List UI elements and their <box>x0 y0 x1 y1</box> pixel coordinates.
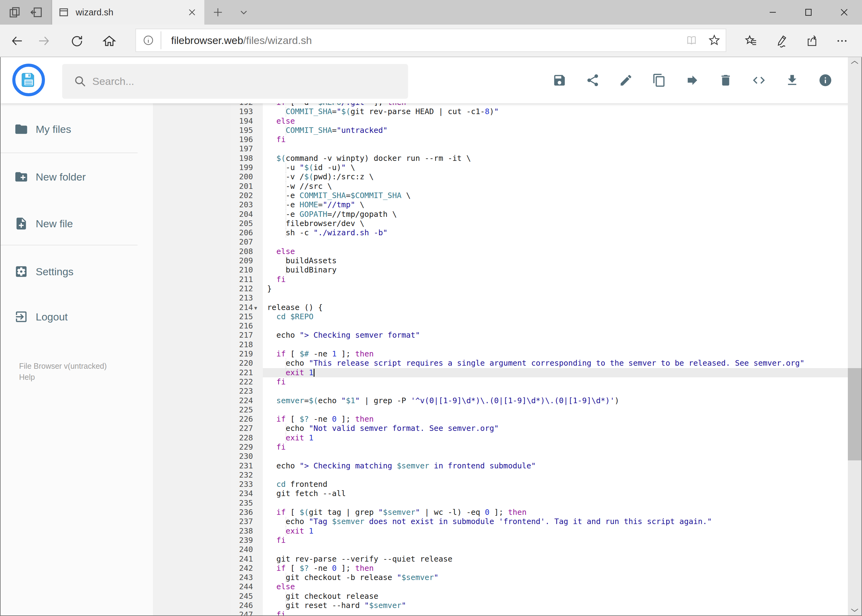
code-row[interactable]: 234 git fetch --all <box>231 489 848 498</box>
code-text[interactable]: git fetch --all <box>263 489 848 498</box>
tab-list-chevron-icon[interactable] <box>234 0 254 25</box>
refresh-button[interactable] <box>64 28 90 54</box>
code-text[interactable]: else <box>263 247 848 256</box>
code-row[interactable]: 200 -v /$(pwd):/src:z \ <box>231 172 848 181</box>
sidebar-item-new-file[interactable]: New file <box>1 212 153 235</box>
code-row[interactable]: 237 echo "Tag $semver does not exist in … <box>231 517 848 526</box>
code-icon[interactable] <box>752 73 766 87</box>
search-input[interactable] <box>92 75 405 87</box>
code-row[interactable]: 197 <box>231 144 848 154</box>
sidebar-item-my-files[interactable]: My files <box>1 118 153 140</box>
code-text[interactable]: echo "> Checking semver format" <box>263 331 848 340</box>
code-row[interactable]: 215 cd $REPO <box>231 312 848 321</box>
code-text[interactable] <box>263 387 848 396</box>
code-row[interactable]: 245 git checkout release <box>231 592 848 601</box>
code-row[interactable]: 244 else <box>231 582 848 591</box>
code-text[interactable] <box>263 470 848 480</box>
code-row[interactable]: 220 echo "This release script requires a… <box>231 358 848 368</box>
code-text[interactable]: release () { <box>263 303 848 312</box>
scroll-up-icon[interactable] <box>848 57 861 68</box>
code-text[interactable]: exit 1 <box>263 368 848 377</box>
new-tab-button[interactable] <box>208 0 228 25</box>
code-text[interactable] <box>263 321 848 331</box>
code-row[interactable]: 203 -e HOME="//tmp" \ <box>231 200 848 209</box>
sidebar-item-new-folder[interactable]: New folder <box>1 166 153 188</box>
code-row[interactable]: 228 exit 1 <box>231 433 848 443</box>
code-text[interactable]: if [ $? -ne 0 ]; then <box>263 564 848 573</box>
code-row[interactable]: 246 git reset --hard "$semver" <box>231 601 848 610</box>
code-text[interactable] <box>263 545 848 554</box>
home-button[interactable] <box>96 28 122 54</box>
code-row[interactable]: 209 buildAssets <box>231 256 848 266</box>
annotate-pen-icon[interactable] <box>767 28 797 53</box>
code-row[interactable]: 231 echo "> Checking matching $semver in… <box>231 461 848 470</box>
code-row[interactable]: 219 if [ $# -ne 1 ]; then <box>231 349 848 358</box>
help-link[interactable]: Help <box>19 371 107 383</box>
code-text[interactable]: exit 1 <box>263 526 848 536</box>
delete-icon[interactable] <box>719 73 733 87</box>
sidebar-item-settings[interactable]: Settings <box>1 261 153 283</box>
code-row[interactable]: 213 <box>231 293 848 303</box>
code-row[interactable]: 242 if [ $? -ne 0 ]; then <box>231 564 848 573</box>
site-info-icon[interactable] <box>136 34 161 46</box>
code-row[interactable]: 194 else <box>231 116 848 126</box>
code-text[interactable]: cd $REPO <box>263 312 848 321</box>
code-text[interactable] <box>263 144 848 154</box>
code-row[interactable]: 226 if [ $? -ne 0 ]; then <box>231 415 848 424</box>
sidebar-item-logout[interactable]: Logout <box>1 306 153 328</box>
code-row[interactable]: 218 <box>231 340 848 349</box>
code-row[interactable]: 199 -u "$(id -u)" \ <box>231 163 848 172</box>
favorite-star-icon[interactable] <box>703 33 726 47</box>
code-text[interactable]: git reset --hard "$semver" <box>263 601 848 610</box>
more-options-icon[interactable] <box>827 28 857 53</box>
code-row[interactable]: 230 <box>231 452 848 461</box>
code-text[interactable]: -e GOPATH=//tmp/gopath \ <box>263 210 848 219</box>
scrollbar-thumb[interactable] <box>848 368 861 460</box>
code-text[interactable]: fi <box>263 536 848 545</box>
code-text[interactable] <box>263 405 848 415</box>
code-row[interactable]: 238 exit 1 <box>231 526 848 536</box>
code-text[interactable]: COMMIT_SHA="$(git rev-parse HEAD | cut -… <box>263 107 848 116</box>
code-row[interactable]: 202 -e COMMIT_SHA=$COMMIT_SHA \ <box>231 191 848 200</box>
edit-icon[interactable] <box>619 73 633 87</box>
code-row[interactable]: 240 <box>231 545 848 554</box>
code-text[interactable]: -u "$(id -u)" \ <box>263 163 848 172</box>
code-text[interactable]: COMMIT_SHA="untracked" <box>263 126 848 135</box>
code-text[interactable]: else <box>263 116 848 126</box>
code-row[interactable]: 210 buildBinary <box>231 266 848 275</box>
code-text[interactable]: git rev-parse --verify --quiet release <box>263 555 848 564</box>
code-row[interactable]: 207 <box>231 237 848 247</box>
code-row[interactable]: 212} <box>231 284 848 293</box>
share-icon[interactable] <box>586 73 600 87</box>
code-text[interactable]: echo "Tag $semver does not exist in subm… <box>263 517 848 526</box>
code-text[interactable]: if [ $# -ne 1 ]; then <box>263 349 848 358</box>
tab-close-icon[interactable] <box>186 6 198 19</box>
address-bar[interactable]: filebrowser.web/files/wizard.sh <box>136 28 726 52</box>
code-text[interactable]: buildAssets <box>263 256 848 266</box>
code-text[interactable]: fi <box>263 443 848 452</box>
code-text[interactable]: -e HOME="//tmp" \ <box>263 200 848 209</box>
code-text[interactable]: sh -c "./wizard.sh -b" <box>263 228 848 237</box>
code-row[interactable]: 196 fi <box>231 135 848 144</box>
hub-favorites-icon[interactable] <box>736 28 767 53</box>
tabs-preview-icon[interactable] <box>8 5 22 19</box>
page-scrollbar[interactable] <box>848 57 861 615</box>
code-row[interactable]: 198 $(command -v winpty) docker run --rm… <box>231 154 848 163</box>
download-icon[interactable] <box>785 73 799 87</box>
code-row[interactable]: 247 fi <box>231 610 848 616</box>
code-text[interactable]: fi <box>263 610 848 616</box>
code-row[interactable]: 223 <box>231 387 848 396</box>
back-button[interactable] <box>4 28 30 54</box>
code-text[interactable]: fi <box>263 135 848 144</box>
code-text[interactable] <box>263 293 848 303</box>
code-row[interactable]: 229 fi <box>231 443 848 452</box>
code-text[interactable]: echo "Not valid semver format. See semve… <box>263 424 848 433</box>
code-text[interactable]: if [ $? -ne 0 ]; then <box>263 415 848 424</box>
forward-button[interactable] <box>31 28 57 54</box>
code-text[interactable]: buildBinary <box>263 266 848 275</box>
code-text[interactable] <box>263 498 848 508</box>
code-row[interactable]: 224 semver=$(echo "$1" | grep -P '^v(0|[… <box>231 396 848 405</box>
code-row[interactable]: 241 git rev-parse --verify --quiet relea… <box>231 555 848 564</box>
code-row[interactable]: 205 filebrowser/dev \ <box>231 219 848 228</box>
code-text[interactable] <box>263 340 848 349</box>
